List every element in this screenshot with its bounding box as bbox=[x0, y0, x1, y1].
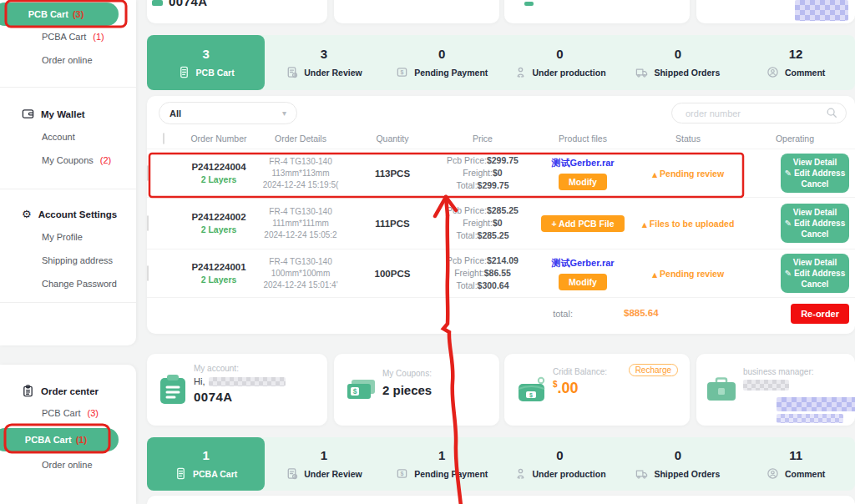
cancel-button[interactable]: Cancel bbox=[781, 279, 849, 290]
pcba-stats-bar: 1 PCBA Cart 1 Under Review 1 Pending Pay… bbox=[147, 437, 855, 491]
sidebar-item-pcba-cart[interactable]: PCBA Cart (1) bbox=[0, 428, 119, 451]
truck-icon bbox=[635, 66, 648, 78]
table-row: P241224002 2 Layers FR-4 TG130-140 111mm… bbox=[147, 198, 855, 249]
select-all-checkbox[interactable] bbox=[163, 133, 164, 144]
tab-comment[interactable]: 11 Comment bbox=[736, 437, 854, 491]
sidebar-header-account-settings[interactable]: ⚙ Account Settings bbox=[22, 208, 117, 220]
svg-text:$: $ bbox=[529, 392, 533, 399]
sidebar-item-shipping-address[interactable]: Shipping address bbox=[42, 255, 113, 265]
cancel-button[interactable]: Cancel bbox=[781, 229, 849, 239]
edit-address-button[interactable]: ✎ Edit Address bbox=[781, 268, 849, 279]
wallet-icon bbox=[524, 2, 534, 6]
next-panel-edge bbox=[147, 496, 855, 504]
tab-under-production[interactable]: 0 Under production bbox=[501, 35, 619, 90]
cart-icon bbox=[178, 66, 190, 78]
order-number: P241224004 bbox=[180, 162, 257, 172]
warning-icon: ▲ bbox=[652, 171, 657, 179]
view-detail-button[interactable]: View Detail bbox=[781, 157, 849, 168]
total-label: total: bbox=[527, 309, 573, 319]
payment-icon bbox=[396, 66, 408, 78]
warning-icon: ▲ bbox=[652, 271, 657, 279]
recharge-button[interactable]: Recharge bbox=[629, 364, 678, 376]
tab-pending-payment[interactable]: 0 Pending Payment bbox=[383, 35, 501, 90]
row-checkbox[interactable] bbox=[147, 265, 149, 281]
tab-pcba-cart[interactable]: 1 PCBA Cart bbox=[147, 437, 265, 491]
credit-card-partial bbox=[504, 0, 690, 23]
sidebar-divider bbox=[0, 87, 136, 88]
tab-comment[interactable]: 12 Comment bbox=[736, 35, 854, 90]
tab-under-review[interactable]: 1 Under Review bbox=[265, 437, 382, 491]
blurred-manager-info bbox=[795, 0, 848, 21]
col-quantity: Quantity bbox=[344, 134, 441, 144]
search-icon bbox=[826, 107, 837, 118]
clipboard-icon bbox=[152, 0, 163, 6]
gerber-file-link[interactable]: 测试Gerber.rar bbox=[524, 157, 641, 169]
search-input[interactable] bbox=[671, 103, 847, 123]
row-checkbox[interactable] bbox=[147, 215, 149, 231]
sidebar-item-order-online[interactable]: Order online bbox=[42, 55, 93, 65]
pencil-icon: ✎ bbox=[785, 219, 792, 228]
reorder-button[interactable]: Re-order bbox=[791, 304, 849, 324]
sidebar-item-label: PCB Cart bbox=[28, 9, 68, 19]
modify-file-button[interactable]: Modify bbox=[559, 174, 607, 190]
table-row: P241224004 2 Layers FR-4 TG130-140 113mm… bbox=[147, 149, 855, 198]
status-badge: ▲Pending review bbox=[641, 269, 735, 279]
layers-label: 2 Layers bbox=[180, 275, 257, 285]
order-search bbox=[671, 103, 847, 123]
sidebar-item-pcb-cart[interactable]: PCB Cart (3) bbox=[42, 408, 99, 418]
view-detail-button[interactable]: View Detail bbox=[781, 257, 849, 268]
cancel-button[interactable]: Cancel bbox=[781, 179, 849, 189]
my-coupons-count: (2) bbox=[100, 155, 111, 165]
pcba-cart-count: (1) bbox=[93, 32, 104, 42]
tab-pending-payment[interactable]: 1 Pending Payment bbox=[383, 437, 501, 491]
filter-dropdown[interactable]: All ▾ bbox=[159, 102, 297, 124]
chevron-down-icon: ▾ bbox=[282, 108, 286, 118]
my-coupons-card: $ My Coupons: 2 pieces bbox=[334, 354, 499, 426]
add-pcb-file-button[interactable]: + Add PCB File bbox=[541, 215, 624, 232]
order-number: P241224001 bbox=[180, 262, 257, 272]
sidebar-item-my-profile[interactable]: My Profile bbox=[42, 232, 83, 242]
operating-button-group: View Detail ✎ Edit Address Cancel bbox=[781, 154, 849, 193]
col-order-details: Order Details bbox=[257, 134, 344, 144]
sidebar-header-my-wallet[interactable]: My Wallet bbox=[22, 108, 85, 120]
gerber-file-link[interactable]: 测试Gerber.rar bbox=[524, 257, 641, 270]
credit-balance-value: $.00 bbox=[553, 380, 607, 397]
sidebar-item-account[interactable]: Account bbox=[42, 132, 75, 142]
sidebar-header-order-center[interactable]: Order center bbox=[22, 385, 99, 397]
tab-pcb-cart[interactable]: 3 PCB Cart bbox=[147, 35, 265, 90]
sidebar-top: PCB Cart (3) PCBA Cart (1) Order online … bbox=[0, 0, 136, 345]
sidebar-item-pcba-cart[interactable]: PCBA Cart (1) bbox=[42, 32, 104, 42]
pcb-cart-count: (3) bbox=[88, 408, 99, 418]
quantity: 100PCS bbox=[344, 269, 441, 279]
clipboard-icon bbox=[159, 374, 187, 409]
edit-address-button[interactable]: ✎ Edit Address bbox=[781, 218, 849, 229]
tab-shipped-orders[interactable]: 0 Shipped Orders bbox=[619, 35, 736, 90]
briefcase-icon bbox=[706, 377, 737, 406]
tab-under-review[interactable]: 3 Under Review bbox=[265, 35, 382, 90]
sidebar-item-my-coupons[interactable]: My Coupons (2) bbox=[42, 155, 111, 165]
coupon-icon: $ bbox=[346, 379, 377, 406]
col-product-files: Product files bbox=[524, 134, 641, 144]
view-detail-button[interactable]: View Detail bbox=[781, 207, 849, 218]
truck-icon bbox=[635, 467, 648, 480]
tab-under-production[interactable]: 0 Under production bbox=[501, 437, 619, 491]
my-account-card: My account: Hi, 0074A bbox=[147, 354, 327, 426]
order-number: P241224002 bbox=[180, 212, 257, 222]
my-account-title: My account: bbox=[194, 364, 286, 373]
row-checkbox[interactable] bbox=[147, 165, 149, 181]
status-badge: ▲Files to be uploaded bbox=[641, 219, 735, 229]
sidebar-item-pcb-cart[interactable]: PCB Cart (3) bbox=[0, 3, 119, 26]
review-icon bbox=[286, 467, 298, 480]
edit-address-button[interactable]: ✎ Edit Address bbox=[781, 168, 849, 179]
blurred-username bbox=[209, 377, 286, 386]
sidebar-divider bbox=[0, 302, 136, 303]
table-header-row: Order Number Order Details Quantity Pric… bbox=[147, 128, 855, 149]
tab-shipped-orders[interactable]: 0 Shipped Orders bbox=[619, 437, 736, 491]
sidebar-item-change-password[interactable]: Change Password bbox=[42, 279, 117, 289]
quantity: 111PCS bbox=[344, 219, 441, 229]
modify-file-button[interactable]: Modify bbox=[559, 274, 607, 290]
layers-label: 2 Layers bbox=[180, 224, 257, 234]
sidebar-item-order-online[interactable]: Order online bbox=[42, 460, 93, 470]
blurred-manager-contact bbox=[777, 397, 855, 411]
pencil-icon: ✎ bbox=[785, 169, 792, 178]
